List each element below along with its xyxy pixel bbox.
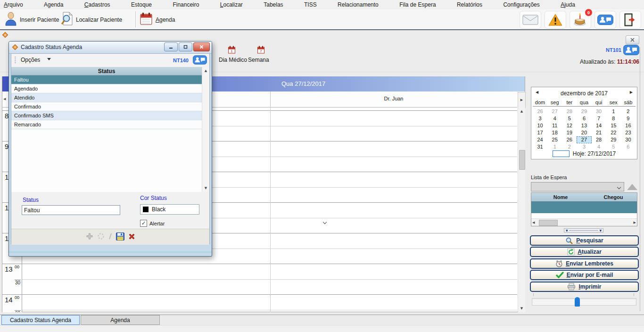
alert-checkbox-row[interactable]: ✓ Alertar bbox=[140, 220, 165, 227]
calendar-day[interactable]: 22 bbox=[606, 129, 621, 136]
calendar-day[interactable]: 23 bbox=[621, 129, 636, 136]
calendar-day[interactable]: 3 bbox=[577, 143, 591, 150]
calendar-day[interactable]: 24 bbox=[533, 136, 547, 143]
restore-button[interactable] bbox=[179, 42, 192, 51]
chat-people-icon[interactable] bbox=[193, 55, 207, 66]
atualizar-button[interactable]: Atualizar bbox=[530, 247, 639, 257]
calendar-day[interactable]: 20 bbox=[577, 129, 591, 136]
menu-item[interactable]: Fila de Espera bbox=[399, 1, 436, 8]
agenda-cell[interactable] bbox=[22, 279, 517, 294]
scroll-up-icon[interactable]: ▲ bbox=[518, 108, 525, 115]
calendar-day[interactable]: 10 bbox=[533, 122, 547, 129]
calendar-day[interactable]: 18 bbox=[547, 129, 562, 136]
menu-item[interactable]: Configurações bbox=[503, 1, 539, 8]
calendar-next-icon[interactable]: ▶ bbox=[630, 90, 633, 94]
menu-item[interactable]: TISS bbox=[304, 1, 317, 8]
calendar-day[interactable]: 1 bbox=[547, 143, 562, 150]
calendar-day[interactable]: 7 bbox=[592, 115, 606, 122]
calendar-day[interactable]: 11 bbox=[547, 122, 562, 129]
calendar-day[interactable]: 27 bbox=[547, 108, 562, 115]
status-list-row[interactable]: Agendado bbox=[11, 84, 202, 93]
calendar-day[interactable]: 2 bbox=[562, 143, 577, 150]
scroll-thumb[interactable] bbox=[519, 150, 525, 170]
column-chegou[interactable]: Chegou bbox=[590, 193, 637, 201]
calendar-day[interactable]: 4 bbox=[547, 115, 562, 122]
scroll-thumb[interactable] bbox=[539, 220, 558, 226]
find-patient-button[interactable]: Localizar Paciente bbox=[76, 17, 122, 23]
agenda-button[interactable]: Agenda bbox=[156, 17, 175, 23]
calendar-day[interactable]: 15 bbox=[606, 122, 621, 129]
close-button[interactable] bbox=[193, 42, 210, 51]
calendar-day[interactable]: 5 bbox=[606, 143, 621, 150]
options-menu-button[interactable]: Opções bbox=[21, 57, 40, 63]
waitlist-selected-row[interactable] bbox=[531, 202, 637, 213]
insert-patient-button[interactable]: Inserir Paciente bbox=[20, 17, 59, 23]
waitlist-horizontal-scrollbar[interactable]: ◀ ▶ bbox=[531, 218, 637, 226]
find-patient-icon[interactable] bbox=[60, 12, 74, 27]
agenda-vertical-scrollbar[interactable]: ▲ ▼ bbox=[518, 108, 525, 312]
menu-item[interactable]: Relacionamento bbox=[338, 1, 379, 8]
calendar-day[interactable]: 26 bbox=[562, 136, 577, 143]
menu-item[interactable]: Arquivo bbox=[4, 1, 23, 8]
calendar-day[interactable]: 14 bbox=[592, 122, 606, 129]
agenda-cell[interactable] bbox=[22, 264, 517, 279]
scroll-up-icon[interactable]: ▲ bbox=[202, 67, 209, 75]
scroll-right-icon[interactable]: ▶ bbox=[634, 221, 636, 224]
color-select[interactable]: Black bbox=[140, 204, 199, 215]
status-list-row[interactable]: Confirmado SMS bbox=[11, 111, 202, 120]
calendar-day[interactable]: 21 bbox=[592, 129, 606, 136]
cancel-button[interactable] bbox=[128, 233, 135, 241]
status-input[interactable]: Faltou bbox=[22, 205, 120, 215]
calendar-day[interactable]: 8 bbox=[606, 115, 621, 122]
menu-item[interactable]: Estoque bbox=[131, 1, 152, 8]
calendar-day[interactable]: 19 bbox=[562, 129, 577, 136]
calendar-day[interactable]: 12 bbox=[562, 122, 577, 129]
calendar-day[interactable]: 13 bbox=[577, 122, 591, 129]
pesquisar-button[interactable]: Pesquisar bbox=[530, 235, 639, 246]
calendar-day[interactable]: 1 bbox=[606, 108, 621, 115]
menu-item[interactable]: Financeiro bbox=[173, 1, 199, 8]
window-tab[interactable]: Cadastro Status Agenda bbox=[1, 315, 80, 325]
chat-button[interactable] bbox=[594, 11, 616, 29]
status-list-header[interactable]: Status bbox=[11, 67, 202, 75]
calendar-day[interactable]: 30 bbox=[592, 108, 606, 115]
menu-item[interactable]: Ajuda bbox=[561, 1, 575, 8]
birthdays-button[interactable]: 0 bbox=[570, 11, 591, 29]
window-tab[interactable]: Agenda bbox=[81, 315, 160, 325]
status-list-row[interactable]: Remarcado bbox=[11, 120, 202, 129]
chat-people-icon[interactable] bbox=[623, 45, 639, 57]
zoom-slider[interactable] bbox=[532, 298, 636, 306]
calendar-day[interactable]: 28 bbox=[592, 136, 606, 143]
collapse-up-icon[interactable] bbox=[627, 184, 637, 190]
calendar-day[interactable]: 4 bbox=[592, 143, 606, 150]
calendar-day[interactable]: 9 bbox=[621, 115, 636, 122]
scroll-left-icon[interactable]: ◀ bbox=[3, 97, 6, 101]
scroll-left-icon[interactable]: ◀ bbox=[532, 221, 535, 224]
calendar-today-row[interactable]: Hoje: 27/12/2017 bbox=[531, 150, 637, 157]
menu-item[interactable]: Agenda bbox=[44, 1, 63, 8]
calendar-day[interactable]: 6 bbox=[621, 143, 636, 150]
agenda-calendar-icon[interactable] bbox=[140, 12, 152, 27]
calendar-week-icon[interactable]: 7 bbox=[257, 46, 264, 55]
status-list-row[interactable]: Atendido bbox=[11, 93, 202, 102]
calendar-day[interactable]: 6 bbox=[577, 115, 591, 122]
calendar-day[interactable]: 5 bbox=[562, 115, 577, 122]
status-list-row[interactable]: Confirmado bbox=[11, 102, 202, 111]
menu-item[interactable]: Tabelas bbox=[264, 1, 283, 8]
menu-item[interactable]: Localizar bbox=[220, 1, 243, 8]
calendar-day[interactable]: 17 bbox=[533, 129, 547, 136]
agenda-cell[interactable] bbox=[22, 310, 517, 312]
status-list-row[interactable]: Faltou bbox=[11, 75, 202, 84]
column-nome[interactable]: Nome bbox=[531, 193, 590, 201]
week-view-button[interactable]: Semana bbox=[248, 57, 269, 63]
minimize-button[interactable] bbox=[164, 42, 178, 51]
save-button[interactable] bbox=[116, 232, 124, 242]
calendar-day-icon[interactable]: 1 bbox=[228, 46, 235, 55]
alert-button[interactable] bbox=[545, 11, 566, 29]
calendar-day[interactable]: 3 bbox=[533, 115, 547, 122]
next-column-button[interactable]: ▶ bbox=[518, 92, 526, 108]
exit-button[interactable] bbox=[619, 11, 641, 29]
calendar-day[interactable]: 30 bbox=[621, 136, 636, 143]
day-view-button[interactable]: Dia Médico bbox=[219, 57, 247, 63]
calendar-day[interactable]: 2 bbox=[621, 108, 636, 115]
